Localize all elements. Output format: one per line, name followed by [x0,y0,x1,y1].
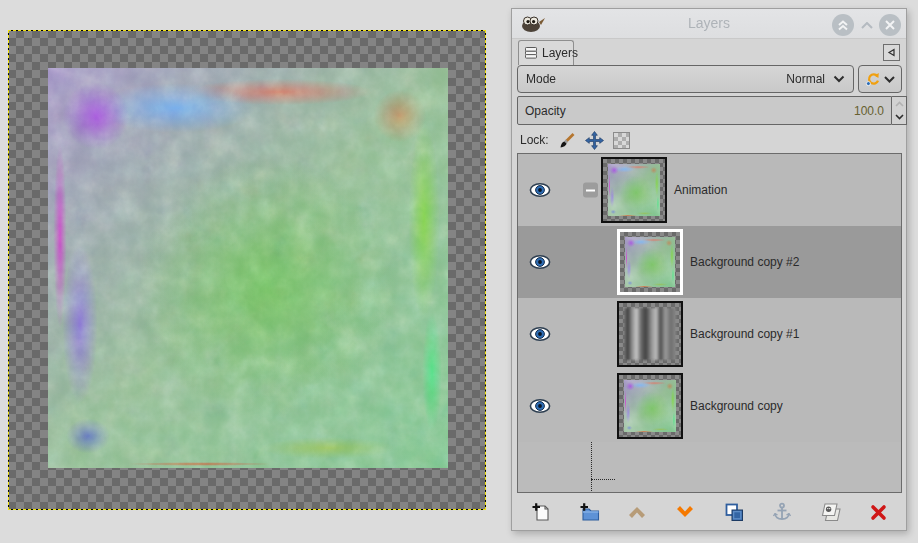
layers-stack-icon [524,46,538,60]
duplicate-layer-button[interactable] [721,499,747,525]
mode-label: Mode [526,72,556,86]
chevron-down-icon [675,505,695,519]
chevron-up-icon [627,505,647,519]
layer-name[interactable]: Animation [674,183,727,197]
layer-name[interactable]: Background copy #1 [690,327,799,341]
layers-dialog: Layers Layers [511,8,907,531]
layer-thumbnail[interactable] [617,229,683,295]
layer-mask-button[interactable] [817,499,843,525]
mask-icon [820,502,841,522]
duplicate-squares-icon [724,502,744,522]
dialog-titlebar[interactable]: Layers [512,9,906,39]
spin-down-icon[interactable] [892,111,906,125]
opacity-label: Opacity [525,104,566,118]
close-icon[interactable] [879,14,901,36]
canvas-layer-image [48,68,448,468]
chevron-down-icon [884,76,895,83]
canvas-area[interactable] [8,30,486,510]
plasma-noise-texture [48,68,448,468]
tab-menu-left-triangle-icon[interactable] [883,44,900,61]
tree-line [591,479,615,480]
layer-row-animation[interactable]: Animation [518,154,901,226]
layer-thumbnail[interactable] [617,373,683,439]
layers-toolbar [512,493,906,530]
new-layer-icon [531,502,551,522]
layer-row-background-copy[interactable]: Background copy [518,370,901,442]
lock-row: Lock: [520,128,630,152]
opacity-spinner[interactable] [892,96,907,125]
opacity-value: 100.0 [854,104,884,118]
dock-tab-row: Layers [512,39,906,65]
raise-layer-button[interactable] [624,499,650,525]
visibility-eye-icon[interactable] [529,183,551,198]
move-cross-icon[interactable] [585,131,604,150]
new-folder-icon [579,502,600,522]
visibility-eye-icon[interactable] [529,399,551,414]
tab-layers[interactable]: Layers [518,40,574,65]
visibility-eye-icon[interactable] [529,255,551,270]
double-chevron-up-icon[interactable] [832,14,854,36]
alpha-checker-icon[interactable] [613,132,630,149]
layer-thumbnail[interactable] [601,157,667,223]
tab-label: Layers [542,46,578,60]
lower-layer-button[interactable] [672,499,698,525]
reset-mode-icon [865,72,880,87]
visibility-eye-icon[interactable] [529,327,551,342]
anchor-layer-button[interactable] [769,499,795,525]
mode-dropdown[interactable]: Mode Normal [517,65,854,93]
paintbrush-icon[interactable] [558,132,576,149]
mode-options-button[interactable] [858,65,902,93]
red-x-icon [870,504,887,521]
anchor-icon [772,502,792,522]
layer-list: Animation Background copy #2 [517,153,902,493]
opacity-slider[interactable]: Opacity 100.0 [517,96,892,125]
new-layer-group-button[interactable] [576,499,602,525]
mode-value: Normal [786,72,825,86]
layer-row-background-copy-2[interactable]: Background copy #2 [518,226,901,298]
layer-row-background-copy-1[interactable]: Background copy #1 [518,298,901,370]
chevron-down-icon [833,75,845,83]
new-layer-button[interactable] [528,499,554,525]
spin-up-icon[interactable] [892,97,906,111]
delete-layer-button[interactable] [865,499,891,525]
layer-thumbnail[interactable] [617,301,683,367]
layer-name[interactable]: Background copy #2 [690,255,799,269]
layer-name[interactable]: Background copy [690,399,783,413]
lock-label: Lock: [520,133,549,147]
chevron-up-icon[interactable] [856,14,878,36]
group-collapse-icon[interactable] [583,183,598,198]
